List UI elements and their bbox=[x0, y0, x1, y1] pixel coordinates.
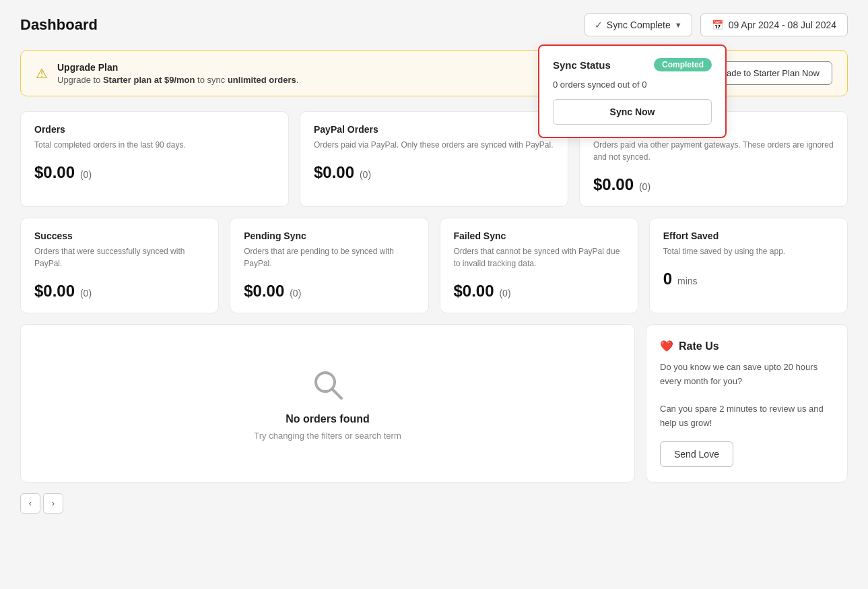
rate-us-card: ❤️ Rate Us Do you know we can save upto … bbox=[646, 324, 848, 483]
date-range-text: 09 Apr 2024 - 08 Jul 2024 bbox=[729, 20, 836, 30]
sync-complete-button[interactable]: ✓ Sync Complete ▼ bbox=[585, 13, 692, 36]
effort-saved-value: 0 mins bbox=[663, 270, 834, 288]
orders-card: Orders Total completed orders in the las… bbox=[20, 111, 289, 207]
svg-line-1 bbox=[332, 389, 341, 398]
sync-button-label: Sync Complete bbox=[607, 20, 671, 30]
failed-sync-title: Failed Sync bbox=[454, 230, 624, 241]
paypal-orders-title: PayPal Orders bbox=[314, 124, 554, 135]
failed-sync-value: $0.00 (0) bbox=[454, 282, 624, 301]
pending-sync-title: Pending Sync bbox=[244, 230, 414, 241]
orders-card-title: Orders bbox=[34, 124, 275, 135]
pending-sync-value: $0.00 (0) bbox=[244, 282, 414, 301]
paypal-orders-value: $0.00 (0) bbox=[314, 163, 554, 182]
check-icon: ✓ bbox=[595, 20, 603, 30]
pending-sync-card: Pending Sync Orders that are pending to … bbox=[230, 218, 428, 313]
empty-orders-card: No orders found Try changing the filters… bbox=[20, 324, 635, 483]
success-value: $0.00 (0) bbox=[34, 282, 205, 301]
rate-us-title: ❤️ Rate Us bbox=[660, 340, 834, 352]
bottom-section: No orders found Try changing the filters… bbox=[20, 324, 848, 483]
date-range-button[interactable]: 📅 09 Apr 2024 - 08 Jul 2024 bbox=[700, 13, 848, 36]
pending-sync-desc: Orders that are pending to be synced wit… bbox=[244, 245, 414, 270]
calendar-icon: 📅 bbox=[712, 20, 723, 30]
sync-now-button[interactable]: Sync Now bbox=[553, 99, 712, 125]
success-card: Success Orders that were successfully sy… bbox=[20, 218, 219, 313]
send-love-button[interactable]: Send Love bbox=[660, 441, 733, 467]
paypal-orders-desc: Orders paid via PayPal. Only these order… bbox=[314, 139, 554, 151]
search-icon-large bbox=[309, 366, 347, 404]
paypal-orders-card: PayPal Orders Orders paid via PayPal. On… bbox=[300, 111, 568, 207]
orders-value: $0.00 (0) bbox=[34, 163, 275, 182]
rate-us-text: Do you know we can save upto 20 hours ev… bbox=[660, 361, 834, 431]
sync-orders-text: 0 orders synced out of 0 bbox=[553, 80, 712, 90]
effort-saved-desc: Total time saved by using the app. bbox=[663, 245, 834, 257]
other-gateways-value: $0.00 (0) bbox=[593, 175, 834, 194]
heart-icon: ❤️ bbox=[660, 340, 673, 352]
completed-badge: Completed bbox=[654, 58, 712, 71]
other-gateways-desc: Orders paid via other payment gateways. … bbox=[593, 139, 834, 163]
orders-card-desc: Total completed orders in the last 90 da… bbox=[34, 139, 275, 151]
page-header: Dashboard ✓ Sync Complete ▼ 📅 09 Apr 202… bbox=[20, 13, 848, 36]
sync-status-title: Sync Status bbox=[553, 59, 611, 71]
sync-dropdown-header: Sync Status Completed bbox=[553, 58, 712, 71]
no-orders-description: Try changing the filters or search term bbox=[254, 431, 401, 441]
prev-page-button[interactable]: ‹ bbox=[20, 493, 40, 514]
bottom-stats-row: Success Orders that were successfully sy… bbox=[20, 218, 848, 313]
effort-saved-title: Effort Saved bbox=[663, 230, 834, 241]
failed-sync-card: Failed Sync Orders that cannot be synced… bbox=[440, 218, 638, 313]
no-orders-title: No orders found bbox=[286, 413, 369, 425]
pagination: ‹ › bbox=[20, 493, 848, 514]
chevron-down-icon: ▼ bbox=[675, 21, 682, 29]
next-page-button[interactable]: › bbox=[43, 493, 63, 514]
page-title: Dashboard bbox=[20, 16, 98, 34]
success-desc: Orders that were successfully synced wit… bbox=[34, 245, 205, 270]
success-title: Success bbox=[34, 230, 205, 241]
header-controls: ✓ Sync Complete ▼ 📅 09 Apr 2024 - 08 Jul… bbox=[585, 13, 848, 36]
failed-sync-desc: Orders that cannot be synced with PayPal… bbox=[454, 245, 624, 270]
warning-icon: ⚠ bbox=[36, 65, 48, 82]
effort-saved-card: Effort Saved Total time saved by using t… bbox=[649, 218, 848, 313]
sync-status-dropdown: Sync Status Completed 0 orders synced ou… bbox=[538, 44, 727, 138]
